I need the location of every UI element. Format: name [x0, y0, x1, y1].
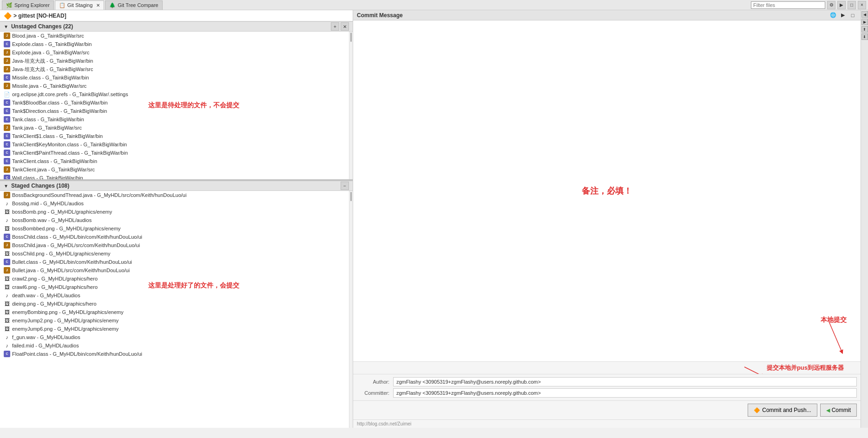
file-name: enemyJump2.png - G_MyHDL/graphics/enemy: [12, 318, 118, 323]
list-item[interactable]: ♪ death.wav - G_MyHDL/audios: [0, 291, 349, 300]
commit-icon-1[interactable]: 🌐: [829, 11, 837, 20]
list-item[interactable]: J Bullet.java - G_MyHDL/src/com/Keith/hu…: [0, 266, 349, 275]
file-type-icon: J: [4, 166, 10, 173]
list-item[interactable]: ♪ f_gun.wav - G_MyHDL/audios: [0, 333, 349, 341]
list-item[interactable]: 🖼 enemyJump6.png - G_MyHDL/graphics/enem…: [0, 325, 349, 333]
list-item[interactable]: J Blood.java - G_TainkBigWar/src: [0, 32, 349, 40]
unstaged-add-btn[interactable]: +: [331, 22, 339, 31]
list-item[interactable]: J Explode.java - G_TainkBigWar/src: [0, 48, 349, 57]
list-item[interactable]: 🖼 bossBomb.png - G_MyHDL/graphics/enemy: [0, 208, 349, 216]
list-item[interactable]: C Wall.class - G_TainkBigWar/bin: [0, 174, 349, 179]
commit-icon-3[interactable]: □: [848, 11, 857, 20]
sidebar-btn-1[interactable]: ◀: [861, 11, 868, 18]
list-item[interactable]: 🖼 enemyJump2.png - G_MyHDL/graphics/enem…: [0, 316, 349, 325]
unstaged-remove-btn[interactable]: ✕: [341, 22, 349, 31]
list-item[interactable]: J BossChild.java - G_MyHDL/src/com/Keith…: [0, 241, 349, 249]
list-item[interactable]: J Missile.java - G_TainkBigWar/src: [0, 82, 349, 90]
list-item[interactable]: ♪ Bossbg.mid - G_MyHDL/audios: [0, 199, 349, 208]
staged-header[interactable]: ▼ Staged Changes (108) −: [0, 181, 353, 191]
list-item[interactable]: C FloatPoint.class - G_MyHDL/bin/com/Kei…: [0, 350, 349, 358]
list-item[interactable]: 🖼 dieing.png - G_MyHDL/graphics/hero: [0, 300, 349, 308]
unstaged-actions: + ✕: [331, 22, 349, 31]
list-item[interactable]: C Missile.class - G_TainkBigWar/bin: [0, 73, 349, 82]
author-field: Author:: [357, 377, 857, 386]
list-item[interactable]: C Tank$BloodBar.class - G_TainkBigWar/bi…: [0, 98, 349, 107]
sidebar-btn-4[interactable]: ⬇: [861, 33, 868, 40]
commit-and-push-label: Commit and Push...: [762, 407, 811, 413]
list-item[interactable]: C TankClient$PaintThread.class - G_Taink…: [0, 149, 349, 157]
file-name: BossChild.class - G_MyHDL/bin/com/Keith/…: [12, 234, 142, 240]
committer-field: Committer:: [357, 388, 857, 398]
list-item[interactable]: C BossChild.class - G_MyHDL/bin/com/Keit…: [0, 233, 349, 241]
filter-icon-btn1[interactable]: ⚙: [827, 1, 835, 9]
unstaged-title: Unstaged Changes (22): [11, 23, 73, 30]
staged-scrollbar-thumb[interactable]: [350, 192, 352, 201]
list-item[interactable]: C Tank$Direction.class - G_TainkBigWar/b…: [0, 107, 349, 115]
file-type-icon: J: [4, 267, 10, 274]
filter-icon-btn2[interactable]: ▶: [837, 1, 846, 9]
list-item[interactable]: 🖼 enemyBombing.png - G_MyHDL/graphics/en…: [0, 308, 349, 316]
list-item[interactable]: C TankClient$KeyMoniton.class - G_TainkB…: [0, 140, 349, 149]
file-type-icon: J: [4, 242, 10, 248]
staged-scrollbar[interactable]: [349, 191, 353, 428]
unstaged-scrollbar[interactable]: [349, 32, 353, 179]
commit-and-push-button[interactable]: 🔶 Commit and Push...: [748, 404, 817, 417]
filter-input[interactable]: [751, 1, 825, 9]
list-item[interactable]: ♪ bossBomb.wav - G_MyHDL/audios: [0, 216, 349, 224]
committer-input[interactable]: [393, 388, 857, 398]
git-staging-icon: 📋: [59, 2, 66, 8]
list-item[interactable]: C Explode.class - G_TainkBigWar/bin: [0, 40, 349, 48]
list-item[interactable]: 🖼 bossChild.png - G_MyHDL/graphics/enemy: [0, 249, 349, 258]
list-item[interactable]: C TankClient.class - G_TainkBigWar/bin: [0, 157, 349, 165]
file-name: Missile.class - G_TainkBigWar/bin: [12, 75, 89, 80]
file-name: TankClient$PaintThread.class - G_TainkBi…: [12, 150, 128, 156]
list-item[interactable]: 🖼 bossBombbed.png - G_MyHDL/graphics/ene…: [0, 224, 349, 233]
commit-msg-area: 备注，必填！ 本地提交 提交本地并pus到远程服务器: [353, 20, 861, 374]
list-item[interactable]: J BossBackgroundSoundThread.java - G_MyH…: [0, 191, 349, 199]
commit-button[interactable]: ◀ Commit: [820, 404, 857, 417]
commit-footer: Author: Committer:: [353, 374, 861, 400]
file-name: Bullet.class - G_MyHDL/bin/com/Keith/hun…: [12, 259, 132, 265]
file-type-icon: C: [4, 41, 10, 47]
list-item[interactable]: J TankClient.java - G_TainkBigWar/src: [0, 165, 349, 174]
sidebar-btn-3[interactable]: ⬆: [861, 26, 868, 33]
commit-textarea[interactable]: [353, 20, 861, 361]
tab-close-icon[interactable]: ✕: [96, 3, 100, 8]
staged-remove-btn[interactable]: −: [341, 182, 349, 190]
file-name: bossChild.png - G_MyHDL/graphics/enemy: [12, 251, 111, 256]
commit-icon-2[interactable]: ▶: [839, 11, 847, 20]
commit-msg-header: Commit Message 🌐 ▶ □: [353, 10, 861, 20]
unstaged-file-list[interactable]: J Blood.java - G_TainkBigWar/src C Explo…: [0, 32, 349, 179]
list-item[interactable]: ♪ failed.mid - G_MyHDL/audios: [0, 341, 349, 350]
tab-spring-explorer[interactable]: 🌿 Spring Explorer: [2, 0, 54, 10]
file-type-icon: J: [4, 192, 10, 198]
tab-git-tree-compare[interactable]: 🌲 Git Tree Compare: [105, 0, 162, 10]
list-item[interactable]: J Java-坦克大战 - G_TainkBigWar/bin: [0, 57, 349, 65]
list-item[interactable]: 🖼 crawl2.png - G_MyHDL/graphics/hero: [0, 275, 349, 283]
staged-file-list[interactable]: J BossBackgroundSoundThread.java - G_MyH…: [0, 191, 349, 428]
list-item[interactable]: C Bullet.class - G_MyHDL/bin/com/Keith/h…: [0, 258, 349, 266]
list-item[interactable]: J Tank.java - G_TainkBigWar/src: [0, 124, 349, 132]
file-type-icon: 🖼: [4, 309, 10, 315]
list-item[interactable]: 🖼 crawl6.png - G_MyHDL/graphics/hero: [0, 283, 349, 291]
unstaged-header[interactable]: ▼ Unstaged Changes (22) + ✕: [0, 21, 353, 32]
author-input[interactable]: [393, 377, 857, 386]
staged-title: Staged Changes (108): [11, 183, 69, 189]
list-item[interactable]: J Java-坦克大战 - G_TainkBigWar/src: [0, 65, 349, 73]
unstaged-scrollbar-thumb[interactable]: [350, 33, 352, 42]
file-name: death.wav - G_MyHDL/audios: [12, 293, 80, 298]
staged-collapse-icon: ▼: [4, 183, 8, 189]
file-name: TankClient.class - G_TainkBigWar/bin: [12, 158, 97, 164]
tab-git-staging[interactable]: 📋 Git Staging ✕: [55, 0, 104, 10]
filter-icon-btn3[interactable]: □: [848, 1, 856, 9]
file-name: bossBombbed.png - G_MyHDL/graphics/enemy: [12, 226, 121, 231]
file-name: Tank.java - G_TainkBigWar/src: [12, 125, 82, 131]
filter-icon-btn4[interactable]: ×: [858, 1, 866, 9]
list-item[interactable]: 📄 org.eclipse.jdt.core.prefs - G_TainkBi…: [0, 90, 349, 98]
sidebar-btn-2[interactable]: ▶: [861, 19, 868, 25]
push-annotation-container: 提交本地并pus到远程服务器: [353, 361, 861, 374]
list-item[interactable]: C Tank.class - G_TainkBigWar/bin: [0, 115, 349, 124]
commit-buttons: 🔶 Commit and Push... ◀ Commit: [353, 400, 861, 419]
list-item[interactable]: C TankClient$1.class - G_TainkBigWar/bin: [0, 132, 349, 140]
tab-git-tree-label: Git Tree Compare: [118, 2, 158, 8]
